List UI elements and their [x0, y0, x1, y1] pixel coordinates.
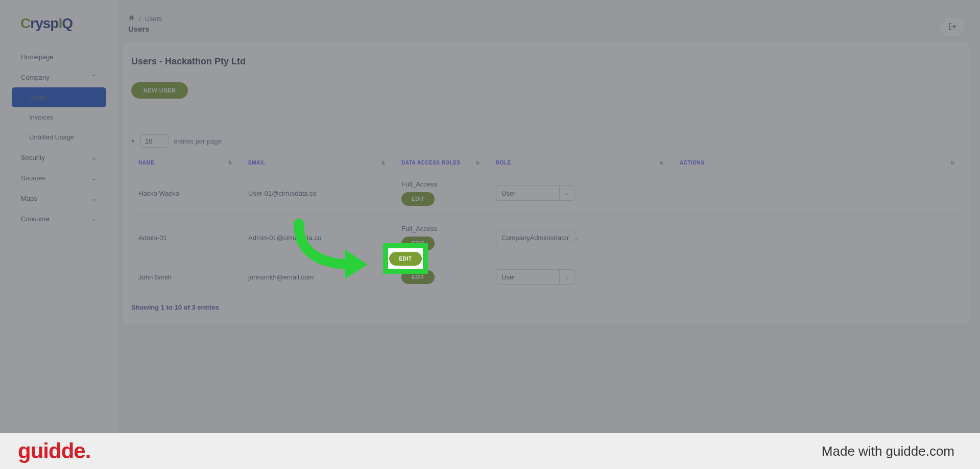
entries-input[interactable] [140, 134, 169, 148]
chevron-down-icon [91, 174, 97, 182]
guidde-logo: guidde. [18, 439, 90, 463]
home-icon[interactable] [128, 14, 135, 22]
table-row: Admin-01 Admin-01@cirrusdata.co Full_Acc… [130, 216, 963, 260]
cell-actions [672, 216, 963, 260]
sidebar-item-consume[interactable]: Consume [12, 208, 106, 229]
sidebar-item-label: Security [21, 154, 45, 161]
guidde-attribution: Made with guidde.com [822, 443, 954, 459]
cell-name: Hacko Wacko [130, 171, 240, 216]
logout-button[interactable] [940, 18, 965, 37]
sort-icon: ⇅ [659, 160, 664, 166]
breadcrumb-separator: / [139, 15, 141, 22]
sidebar-item-label: Maps [21, 195, 37, 202]
cell-email: User-01@cirrusdata.co [240, 171, 393, 216]
table-row: Hacko Wacko User-01@cirrusdata.co Full_A… [130, 171, 963, 216]
sidebar-item-label: Sources [21, 174, 45, 182]
role-select[interactable]: CompanyAdministrator ⌄ [496, 230, 575, 245]
col-email[interactable]: EMAIL⇅ [240, 155, 393, 171]
col-header-label: EMAIL [248, 160, 266, 166]
cell-email: johnsmith@email.com [240, 260, 393, 294]
header: / Users Users [123, 0, 970, 42]
col-access-roles[interactable]: DATA ACCESS ROLES⇅ [393, 155, 488, 171]
cell-actions [672, 260, 963, 294]
users-table: NAME⇅ EMAIL⇅ DATA ACCESS ROLES⇅ ROLE⇅ AC… [130, 155, 963, 294]
breadcrumb: / Users [128, 14, 162, 22]
sidebar: CryspIQ Homepage Company Users Invoices … [0, 0, 118, 469]
logo-letters-rysp: rysp [30, 15, 58, 31]
card-title: Users - Hackathon Pty Ltd [130, 56, 963, 82]
cell-role: User ⌄ [488, 171, 672, 216]
sidebar-item-label: Company [21, 74, 50, 81]
table-footer-info: Showing 1 to 10 of 3 entries [130, 294, 963, 311]
nav: Homepage Company Users Invoices Unbilled… [0, 47, 118, 229]
main-content: / Users Users Users - Hackathon Pty Ltd … [118, 0, 980, 469]
col-name[interactable]: NAME⇅ [130, 155, 240, 171]
col-actions[interactable]: ACTIONS⇅ [672, 155, 963, 171]
edit-access-button[interactable]: EDIT [401, 237, 435, 250]
sidebar-item-label: Homepage [21, 53, 54, 61]
chevron-down-icon [91, 153, 97, 161]
entries-label: entries per page [174, 137, 222, 145]
sidebar-item-label: Users [29, 93, 46, 101]
sidebar-item-unbilled-usage[interactable]: Unbilled Usage [12, 127, 106, 147]
sidebar-item-company[interactable]: Company [12, 67, 106, 87]
col-header-label: NAME [138, 160, 154, 166]
cell-name: John Smith [130, 260, 240, 294]
role-select-value: User [501, 190, 515, 197]
logo: CryspIQ [0, 15, 118, 47]
sidebar-item-users[interactable]: Users [12, 87, 106, 107]
new-user-button[interactable]: NEW USER [131, 82, 188, 99]
sort-icon: ⇅ [381, 160, 386, 166]
sidebar-item-label: Unbilled Usage [29, 133, 74, 141]
sidebar-item-homepage[interactable]: Homepage [12, 47, 106, 67]
role-select-value: User [501, 273, 515, 281]
sort-icon: ⇅ [950, 160, 955, 166]
breadcrumb-item[interactable]: Users [145, 15, 162, 22]
chevron-down-icon: ⌄ [559, 186, 569, 200]
cell-email: Admin-01@cirrusdata.co [240, 216, 393, 260]
role-select[interactable]: User ⌄ [496, 185, 575, 201]
cell-name: Admin-01 [130, 216, 240, 260]
access-role-text: Full_Access [401, 180, 437, 188]
highlighted-edit-button[interactable]: EDIT [389, 252, 422, 266]
table-row: John Smith johnsmith@email.com EDIT User… [130, 260, 963, 294]
chevron-up-icon [91, 73, 97, 81]
col-header-label: ACTIONS [680, 160, 705, 166]
col-header-label: DATA ACCESS ROLES [401, 160, 461, 166]
sort-icon: ⇅ [475, 160, 480, 166]
entries-control: ▾ entries per page [130, 134, 963, 148]
sort-icon: ⇅ [228, 160, 232, 166]
cell-role: User ⌄ [488, 260, 672, 294]
access-role-text: Full_Access [401, 225, 437, 232]
users-card: Users - Hackathon Pty Ltd NEW USER ▾ ent… [123, 42, 970, 325]
edit-access-button[interactable]: EDIT [401, 270, 435, 284]
sidebar-item-label: Consume [21, 215, 50, 223]
col-header-label: ROLE [496, 160, 511, 166]
chevron-down-icon [91, 215, 97, 223]
cell-role: CompanyAdministrator ⌄ [488, 216, 672, 260]
logout-icon [948, 22, 957, 33]
chevron-down-icon: ⌄ [569, 230, 579, 245]
role-select-value: CompanyAdministrator [501, 234, 569, 242]
logo-letter-q: Q [62, 15, 73, 31]
col-role[interactable]: ROLE⇅ [488, 155, 672, 171]
sidebar-item-label: Invoices [29, 113, 54, 121]
role-select[interactable]: User ⌄ [496, 269, 575, 285]
chevron-down-icon: ⌄ [559, 270, 569, 284]
sidebar-item-maps[interactable]: Maps [12, 188, 106, 208]
cell-access: Full_Access EDIT [393, 171, 488, 216]
sidebar-item-sources[interactable]: Sources [12, 168, 106, 188]
entries-dropdown-toggle[interactable]: ▾ [131, 137, 134, 145]
edit-access-button[interactable]: EDIT [401, 192, 435, 206]
page-title: Users [128, 25, 162, 33]
sidebar-item-invoices[interactable]: Invoices [12, 107, 106, 127]
cell-actions [672, 171, 963, 216]
chevron-down-icon [91, 194, 97, 202]
logo-letter-c: C [20, 15, 30, 31]
sidebar-item-security[interactable]: Security [12, 147, 106, 168]
guidde-banner: guidde. Made with guidde.com [0, 433, 980, 469]
